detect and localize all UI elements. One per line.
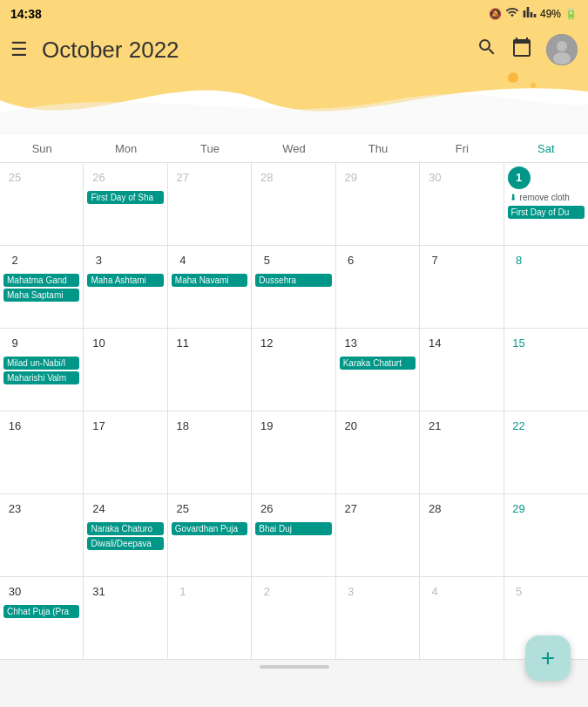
day-number: 30 (3, 581, 26, 603)
day-cell[interactable]: 11 (168, 329, 252, 411)
day-cell[interactable]: 16 (0, 411, 84, 494)
event-pill[interactable]: Dussehra (255, 274, 331, 287)
event-pill[interactable]: First Day of Du (508, 206, 585, 219)
event-pill[interactable]: Milad un-Nabi/I (3, 357, 79, 370)
event-pill[interactable]: Mahatma Gand (3, 274, 79, 287)
day-number: 19 (255, 415, 278, 438)
day-cell[interactable]: 3 (336, 577, 420, 660)
day-number: 2 (255, 581, 278, 603)
day-number: 31 (87, 581, 110, 603)
battery-icon: 🔋 (564, 8, 578, 20)
day-cell[interactable]: 19 (252, 411, 335, 494)
day-cell[interactable]: 12 (252, 329, 335, 411)
day-cell[interactable]: 24Naraka ChaturoDiwali/Deepava (84, 494, 167, 577)
day-cell[interactable]: 20 (336, 411, 420, 494)
day-cell[interactable]: 14 (420, 329, 504, 411)
day-number: 3 (87, 249, 110, 272)
day-cell[interactable]: 30Chhat Puja (Pra (0, 577, 84, 660)
day-cell[interactable]: 27 (336, 494, 420, 577)
event-pill[interactable]: Maharishi Valm (3, 371, 79, 384)
day-number: 25 (3, 167, 26, 189)
day-cell[interactable]: 4Maha Navami (168, 246, 252, 329)
day-number: 28 (255, 167, 278, 189)
event-pill[interactable]: Maha Ashtami (87, 274, 163, 287)
status-icons: 🔕 49% 🔋 (489, 5, 578, 22)
day-header-sat: Sat (504, 135, 588, 162)
day-cell[interactable]: 7 (420, 246, 504, 329)
day-cell[interactable]: 2 (252, 577, 335, 660)
day-cell[interactable]: 8 (504, 246, 588, 329)
status-time: 14:38 (10, 7, 42, 21)
app-header: ☰ October 2022 (0, 27, 588, 65)
page-title: October 2022 (42, 37, 463, 64)
day-cell[interactable]: 1remove clothFirst Day of Du (504, 163, 588, 246)
day-cell[interactable]: 9Milad un-Nabi/IMaharishi Valm (0, 329, 84, 411)
event-pill[interactable]: Karaka Chaturt (340, 357, 416, 370)
day-number: 14 (423, 332, 446, 355)
day-number: 26 (87, 167, 110, 189)
day-cell[interactable]: 28 (420, 494, 504, 577)
day-number: 26 (255, 498, 278, 520)
day-number: 30 (423, 167, 446, 189)
day-header-tue: Tue (168, 135, 252, 162)
day-cell[interactable]: 18 (168, 411, 252, 494)
event-pill[interactable]: Naraka Chaturo (87, 522, 163, 535)
event-pill[interactable]: Chhat Puja (Pra (3, 605, 79, 618)
battery-text: 49% (540, 8, 561, 20)
day-number: 25 (172, 498, 194, 520)
search-icon[interactable] (476, 37, 497, 63)
day-number: 18 (172, 415, 194, 438)
day-number: 13 (340, 332, 362, 355)
event-pill[interactable]: Maha Saptami (3, 289, 79, 302)
day-cell[interactable]: 10 (84, 329, 167, 411)
day-cell[interactable]: 21 (420, 411, 504, 494)
day-cell[interactable]: 25Govardhan Puja (168, 494, 252, 577)
day-number: 6 (340, 249, 362, 272)
day-cell[interactable]: 3Maha Ashtami (84, 246, 167, 329)
day-cell[interactable]: 23 (0, 494, 84, 577)
day-cell[interactable]: 22 (504, 411, 588, 494)
day-cell[interactable]: 25 (0, 163, 84, 246)
avatar[interactable] (546, 34, 578, 65)
day-cell[interactable]: 6 (336, 246, 420, 329)
day-cell[interactable]: 2Mahatma GandMaha Saptami (0, 246, 84, 329)
event-pill[interactable]: Bhai Duj (255, 522, 331, 535)
calendar-icon[interactable] (511, 37, 532, 63)
event-pill[interactable]: Maha Navami (172, 274, 247, 287)
day-number: 23 (3, 498, 26, 520)
event-pill[interactable]: First Day of Sha (87, 191, 163, 204)
menu-icon[interactable]: ☰ (10, 38, 28, 61)
day-number: 29 (508, 498, 531, 520)
day-cell[interactable]: 13Karaka Chaturt (336, 329, 420, 411)
day-cell[interactable]: 26First Day of Sha (84, 163, 167, 246)
day-cell[interactable]: 4 (420, 577, 504, 660)
day-number: 4 (423, 581, 446, 603)
day-number: 1 (508, 167, 531, 189)
event-pill-reminder[interactable]: remove cloth (508, 191, 585, 204)
day-number: 4 (172, 249, 194, 272)
day-cell[interactable]: 15 (504, 329, 588, 411)
day-header-sun: Sun (0, 135, 84, 162)
day-cell[interactable]: 27 (168, 163, 252, 246)
day-cell[interactable]: 28 (252, 163, 335, 246)
add-event-fab[interactable]: + (525, 636, 571, 681)
day-cell[interactable]: 29 (504, 494, 588, 577)
day-cell[interactable]: 31 (84, 577, 167, 660)
day-cell[interactable]: 5Dussehra (252, 246, 335, 329)
day-cell[interactable]: 17 (84, 411, 167, 494)
event-pill[interactable]: Govardhan Puja (172, 522, 247, 535)
day-number: 21 (423, 415, 446, 438)
silent-icon: 🔕 (489, 8, 502, 20)
day-cell[interactable]: 30 (420, 163, 504, 246)
day-number: 10 (87, 332, 110, 355)
day-number: 12 (255, 332, 278, 355)
day-cell[interactable]: 26Bhai Duj (252, 494, 335, 577)
day-cell[interactable]: 1 (168, 577, 252, 660)
day-cell[interactable]: 29 (336, 163, 420, 246)
day-header-wed: Wed (252, 135, 335, 162)
event-pill[interactable]: Diwali/Deepava (87, 537, 163, 550)
day-number: 9 (3, 332, 26, 355)
day-number: 16 (3, 415, 26, 438)
svg-point-1 (557, 41, 567, 51)
day-number: 5 (255, 249, 278, 272)
